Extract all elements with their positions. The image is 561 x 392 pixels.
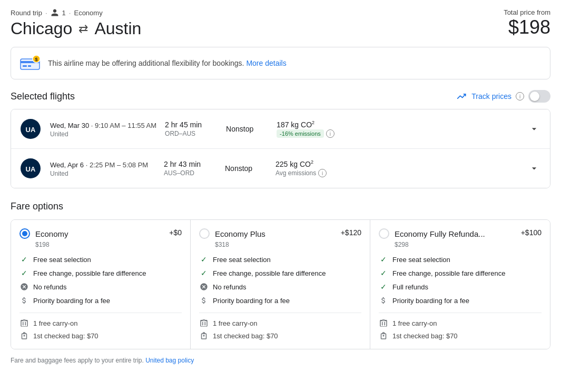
flight-2-route: AUS–ORD xyxy=(164,169,216,177)
fare-feature: ✓ Free change, possible fare difference xyxy=(379,268,542,278)
flex-banner-text: This airline may be offering additional … xyxy=(48,59,287,67)
carry-on-text: 1 free carry-on xyxy=(33,319,78,327)
flight-1-time-range: Wed, Mar 30 · 9:10 AM – 11:55 AM xyxy=(50,120,156,129)
fare-card-economy-plus-left: Economy Plus xyxy=(199,228,265,239)
carry-on-text: 1 free carry-on xyxy=(213,319,258,327)
flight-row: UA Wed, Mar 30 · 9:10 AM – 11:55 AM Unit… xyxy=(11,109,550,149)
carry-on-item: 1 free carry-on xyxy=(379,318,542,328)
fare-feature: ✓ Free change, possible fare difference xyxy=(19,268,182,278)
fare-card-economy-header: Economy +$0 xyxy=(19,228,182,239)
fare-feature: ✓ Free seat selection xyxy=(199,255,361,264)
track-prices-info-icon[interactable]: i xyxy=(516,92,524,100)
fare-card-economy-left: Economy xyxy=(19,228,68,239)
economy-refundable-price-total: $298 xyxy=(379,241,542,248)
fare-feature: Priority boarding for a fee xyxy=(19,296,182,305)
selected-flights-section-header: Selected flights Track prices i xyxy=(11,90,550,103)
flight-1-emissions-badge: -16% emissions xyxy=(277,129,324,138)
page-header: Round trip · 1 · Economy Chicago ⇄ Austi… xyxy=(11,8,550,38)
feature-text: Priority boarding for a fee xyxy=(392,297,469,305)
flight-2-expand-button[interactable] xyxy=(527,161,542,176)
economy-plus-price-delta: +$120 xyxy=(341,228,361,237)
track-prices-area: Track prices i xyxy=(457,90,550,103)
flight-1-times: Wed, Mar 30 · 9:10 AM – 11:55 AM United xyxy=(50,120,156,138)
feature-text: Priority boarding for a fee xyxy=(213,297,290,305)
flight-2-avg-emissions: Avg emissions i xyxy=(275,169,518,177)
dot-separator-2: · xyxy=(69,9,71,17)
check-icon: ✓ xyxy=(199,255,209,264)
emissions-info-icon[interactable]: i xyxy=(326,129,334,138)
selected-flights-title: Selected flights xyxy=(11,91,75,102)
flights-container: UA Wed, Mar 30 · 9:10 AM – 11:55 AM Unit… xyxy=(11,109,550,188)
emissions-info-icon-2[interactable]: i xyxy=(318,169,327,177)
checked-bag-text: 1st checked bag: $70 xyxy=(392,332,458,340)
fare-divider xyxy=(19,313,182,313)
flight-2-duration: 2 hr 43 min AUS–ORD xyxy=(164,160,216,177)
cabin-class-label: Economy xyxy=(74,9,102,17)
trend-icon xyxy=(457,92,467,100)
fare-feature: Priority boarding for a fee xyxy=(199,296,361,305)
economy-refundable-price-delta: +$100 xyxy=(521,228,542,237)
svg-rect-3 xyxy=(28,65,31,67)
flight-2-time-range: Wed, Apr 6 · 2:25 PM – 5:08 PM xyxy=(50,160,155,169)
carry-on-text: 1 free carry-on xyxy=(392,319,437,327)
dollar-icon xyxy=(19,296,29,305)
economy-refundable-baggage: 1 free carry-on 1st checked bag: $70 xyxy=(379,318,542,340)
trip-meta: Round trip · 1 · Economy xyxy=(11,8,141,17)
track-prices-toggle[interactable] xyxy=(528,90,550,103)
total-price-label: Total price from xyxy=(504,8,550,16)
flight-1-expand-button[interactable] xyxy=(527,122,542,136)
flight-row: UA Wed, Apr 6 · 2:25 PM – 5:08 PM United… xyxy=(11,149,550,188)
route-arrows-icon: ⇄ xyxy=(78,22,88,36)
svg-text:UA: UA xyxy=(26,165,36,173)
economy-price-delta: +$0 xyxy=(169,228,182,237)
feature-text: Full refunds xyxy=(392,283,428,291)
checked-bag-item: 1st checked bag: $70 xyxy=(19,331,182,340)
flight-2-co2: 225 kg CO2 xyxy=(275,159,518,168)
flight-1-emissions: 187 kg CO2 -16% emissions i xyxy=(277,120,518,138)
header-left: Round trip · 1 · Economy Chicago ⇄ Austi… xyxy=(11,8,141,38)
fare-card-economy-refundable: Economy Fully Refunda... +$100 $298 ✓ Fr… xyxy=(370,220,550,349)
flight-1-stops: Nonstop xyxy=(226,125,268,133)
airline-logo-2: UA xyxy=(19,157,42,179)
person-icon xyxy=(51,8,59,17)
fare-cards-container: Economy +$0 $198 ✓ Free seat selection ✓… xyxy=(11,219,550,349)
flight-1-date: Wed, Mar 30 · 9:10 AM – 11:55 AM xyxy=(50,122,156,129)
city-from: Chicago xyxy=(11,19,72,38)
fare-divider xyxy=(379,313,542,313)
fare-feature: ✓ Free seat selection xyxy=(19,255,182,264)
trip-type-label: Round trip xyxy=(11,9,42,17)
flight-1-airline: United xyxy=(50,130,156,138)
check-icon: ✓ xyxy=(379,282,388,292)
checked-bag-item: 1st checked bag: $70 xyxy=(199,331,361,340)
feature-text: Free seat selection xyxy=(33,256,91,264)
flight-2-stops: Nonstop xyxy=(225,164,267,173)
more-details-link[interactable]: More details xyxy=(246,59,286,67)
fare-card-economy: Economy +$0 $198 ✓ Free seat selection ✓… xyxy=(11,220,191,349)
track-prices-label[interactable]: Track prices xyxy=(471,92,511,100)
carry-on-item: 1 free carry-on xyxy=(199,318,361,328)
economy-plus-price-total: $318 xyxy=(199,241,361,248)
fare-feature: ✓ Full refunds xyxy=(379,282,542,292)
fare-feature: No refunds xyxy=(199,282,361,292)
economy-radio[interactable] xyxy=(19,228,30,239)
total-price-value: $198 xyxy=(504,16,550,38)
flight-1-co2: 187 kg CO2 xyxy=(277,120,518,129)
feature-text: Free change, possible fare difference xyxy=(33,269,146,277)
fare-card-economy-refundable-header: Economy Fully Refunda... +$100 xyxy=(379,228,542,239)
carry-on-item: 1 free carry-on xyxy=(19,318,182,328)
toggle-thumb xyxy=(530,92,539,101)
flight-1-duration: 2 hr 45 min ORD–AUS xyxy=(165,120,218,137)
united-bag-policy-link[interactable]: United bag policy xyxy=(145,357,194,364)
fare-feature: Priority boarding for a fee xyxy=(379,296,542,305)
flight-2-times: Wed, Apr 6 · 2:25 PM – 5:08 PM United xyxy=(50,160,155,177)
svg-text:UA: UA xyxy=(26,126,36,134)
checked-bag-icon xyxy=(379,331,388,340)
economy-features: ✓ Free seat selection ✓ Free change, pos… xyxy=(19,255,182,305)
flexibility-banner-icon: $ xyxy=(19,55,41,72)
fare-card-economy-refundable-left: Economy Fully Refunda... xyxy=(379,228,485,239)
fare-card-economy-plus-header: Economy Plus +$120 xyxy=(199,228,361,239)
route-title: Chicago ⇄ Austin xyxy=(11,19,141,38)
economy-refundable-radio[interactable] xyxy=(379,228,389,239)
flexibility-banner: $ This airline may be offering additiona… xyxy=(11,47,550,79)
economy-plus-radio[interactable] xyxy=(199,228,210,239)
